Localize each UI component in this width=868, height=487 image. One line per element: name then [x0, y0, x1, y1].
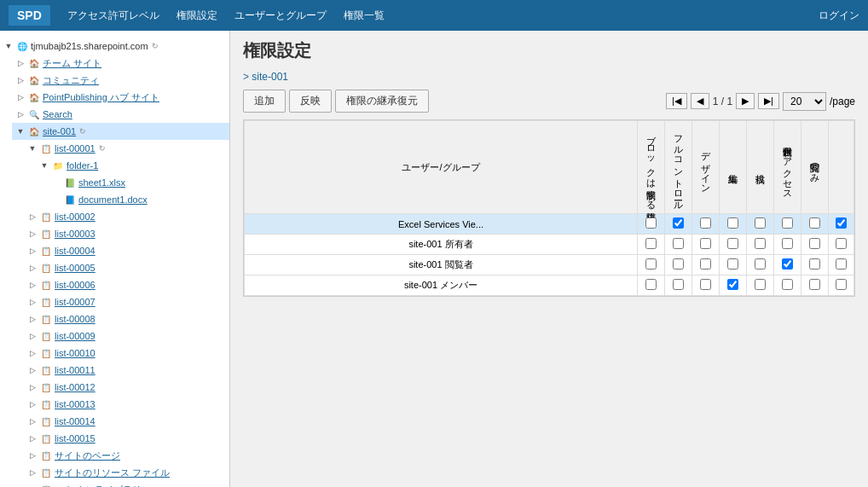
sidebar-item-list00010[interactable]: ▷ 📋 list-00010 [24, 345, 229, 362]
last-page-button[interactable]: ▶| [758, 93, 779, 109]
cell-checkbox-0-6[interactable] [801, 214, 829, 235]
checkbox-1-6[interactable] [809, 238, 820, 249]
sidebar-item-list00012[interactable]: ▷ 📋 list-00012 [24, 379, 229, 396]
logo[interactable]: SPD [9, 5, 50, 26]
toggle-search[interactable]: ▷ [15, 110, 26, 119]
checkbox-2-7[interactable] [836, 258, 847, 270]
checkbox-3-2[interactable] [700, 279, 711, 290]
cell-checkbox-0-5[interactable] [774, 214, 801, 235]
toggle-list00011[interactable]: ▷ [27, 366, 38, 374]
prev-page-button[interactable]: ◀ [691, 93, 709, 109]
toggle-publishing[interactable]: ▷ [15, 93, 26, 101]
toggle-list00005[interactable]: ▷ [27, 264, 38, 272]
sidebar-item-list00011[interactable]: ▷ 📋 list-00011 [24, 362, 229, 379]
toggle-site001[interactable]: ▼ [15, 127, 26, 136]
checkbox-0-2[interactable] [700, 217, 711, 229]
toggle-sitepages[interactable]: ▷ [27, 451, 38, 460]
toggle-list00008[interactable]: ▷ [27, 315, 38, 323]
sidebar-item-list00005[interactable]: ▷ 📋 list-00005 [24, 259, 229, 276]
cell-checkbox-0-0[interactable] [638, 214, 665, 235]
toggle-list00009[interactable]: ▷ [27, 332, 38, 340]
sidebar-item-list00013[interactable]: ▷ 📋 list-00013 [24, 396, 229, 413]
toggle-folder1[interactable]: ▼ [39, 161, 49, 170]
cell-checkbox-2-5[interactable] [774, 255, 801, 275]
sidebar-item-root[interactable]: ▼ 🌐 tjmubajb21s.sharepoint.com ↻ [0, 38, 229, 55]
sidebar-item-community[interactable]: ▷ 🏠 コミュニティ [12, 72, 229, 89]
cell-checkbox-3-3[interactable] [720, 275, 747, 296]
nav-permission-list[interactable]: 権限一覧 [344, 9, 385, 23]
sidebar-item-site001[interactable]: ▼ 🏠 site-001 ↻ [12, 123, 229, 140]
checkbox-1-4[interactable] [755, 238, 766, 249]
toggle-list00006[interactable]: ▷ [27, 281, 38, 289]
checkbox-3-3[interactable] [727, 279, 738, 290]
checkbox-0-7[interactable] [836, 217, 847, 229]
refresh-icon-list1[interactable]: ↻ [99, 144, 106, 153]
nav-permission-settings[interactable]: 権限設定 [176, 9, 217, 23]
add-button[interactable]: 追加 [243, 90, 286, 113]
cell-checkbox-0-7[interactable] [829, 214, 854, 235]
checkbox-1-7[interactable] [836, 238, 847, 249]
toggle-list00014[interactable]: ▷ [27, 417, 38, 426]
toggle-list00015[interactable]: ▷ [27, 434, 38, 443]
toggle-list00004[interactable]: ▷ [27, 246, 38, 255]
nav-users-groups[interactable]: ユーザーとグループ [234, 9, 327, 23]
cell-checkbox-1-3[interactable] [720, 235, 747, 255]
sidebar-item-list00006[interactable]: ▷ 📋 list-00006 [24, 276, 229, 293]
sidebar-item-list00004[interactable]: ▷ 📋 list-00004 [24, 242, 229, 259]
reflect-button[interactable]: 反映 [289, 90, 332, 113]
toggle-list00001[interactable]: ▼ [27, 144, 38, 153]
first-page-button[interactable]: |◀ [666, 93, 687, 109]
sidebar-item-list00008[interactable]: ▷ 📋 list-00008 [24, 310, 229, 328]
sidebar-item-list00003[interactable]: ▷ 📋 list-00003 [24, 225, 229, 242]
checkbox-3-4[interactable] [755, 279, 766, 290]
cell-checkbox-1-6[interactable] [801, 235, 829, 255]
checkbox-2-2[interactable] [700, 258, 711, 270]
sidebar-item-list00001[interactable]: ▼ 📋 list-00001 ↻ [24, 140, 229, 157]
cell-checkbox-3-0[interactable] [638, 275, 665, 296]
toggle-list00002[interactable]: ▷ [27, 212, 38, 221]
cell-checkbox-3-1[interactable] [665, 275, 692, 296]
toggle-list00012[interactable]: ▷ [27, 383, 38, 391]
cell-checkbox-3-5[interactable] [774, 275, 801, 296]
sidebar-item-siteresources[interactable]: ▷ 📋 サイトのリソース ファイル [24, 464, 229, 481]
cell-checkbox-2-6[interactable] [801, 255, 829, 275]
sidebar-item-list00014[interactable]: ▷ 📋 list-00014 [24, 413, 229, 430]
sidebar-item-sitepages[interactable]: ▷ 📋 サイトのページ [24, 447, 229, 464]
cell-checkbox-2-3[interactable] [720, 255, 747, 275]
cell-checkbox-1-7[interactable] [829, 235, 854, 255]
cell-checkbox-1-2[interactable] [692, 235, 720, 255]
cell-checkbox-2-7[interactable] [829, 255, 854, 275]
sidebar-item-list00007[interactable]: ▷ 📋 list-00007 [24, 293, 229, 310]
cell-checkbox-0-2[interactable] [692, 214, 720, 235]
toggle-community[interactable]: ▷ [15, 76, 26, 84]
checkbox-2-3[interactable] [727, 258, 738, 270]
cell-checkbox-3-2[interactable] [692, 275, 720, 296]
checkbox-3-7[interactable] [836, 279, 847, 290]
sidebar-item-sheet1[interactable]: ▷ 📗 sheet1.xlsx [48, 174, 229, 191]
checkbox-1-0[interactable] [645, 238, 657, 249]
nav-access-level[interactable]: アクセス許可レベル [67, 9, 159, 23]
sidebar-item-folder1[interactable]: ▼ 📁 folder-1 [36, 157, 229, 174]
cell-checkbox-2-1[interactable] [665, 255, 692, 275]
checkbox-3-1[interactable] [673, 279, 684, 290]
checkbox-0-3[interactable] [727, 217, 738, 229]
checkbox-2-4[interactable] [755, 258, 766, 270]
toggle-list00010[interactable]: ▷ [27, 349, 38, 357]
next-page-button[interactable]: ▶ [736, 93, 755, 109]
sidebar-item-document1[interactable]: ▷ 📘 document1.docx [48, 191, 229, 208]
sidebar-item-publishing[interactable]: ▷ 🏠 PointPublishing ハブ サイト [12, 89, 229, 106]
sidebar-item-search[interactable]: ▷ 🔍 Search [12, 106, 229, 123]
toggle-siteresources[interactable]: ▷ [27, 468, 38, 477]
cell-checkbox-0-1[interactable] [665, 214, 692, 235]
cell-checkbox-3-4[interactable] [747, 275, 774, 296]
cell-checkbox-3-7[interactable] [829, 275, 854, 296]
checkbox-2-0[interactable] [645, 258, 657, 270]
toggle-list00013[interactable]: ▷ [27, 400, 38, 409]
sidebar-item-list00002[interactable]: ▷ 📋 list-00002 [24, 208, 229, 225]
cell-checkbox-1-1[interactable] [665, 235, 692, 255]
checkbox-3-0[interactable] [645, 279, 657, 290]
checkbox-0-5[interactable] [782, 217, 793, 229]
checkbox-1-5[interactable] [782, 238, 793, 249]
page-size-select[interactable]: 10 20 50 100 [783, 92, 826, 111]
checkbox-1-3[interactable] [727, 238, 738, 249]
